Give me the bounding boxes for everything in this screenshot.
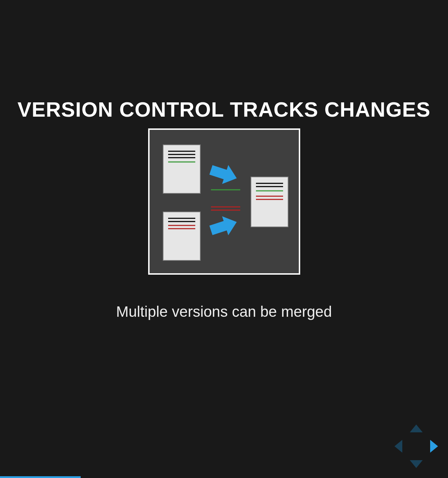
slide-title: VERSION CONTROL TRACKS CHANGES [0,97,448,121]
slide: VERSION CONTROL TRACKS CHANGES [0,0,448,478]
doc-input-b-icon [163,212,200,260]
svg-marker-11 [208,213,240,240]
slide-caption: Multiple versions can be merged [0,303,448,320]
svg-rect-15 [251,177,288,227]
svg-rect-0 [163,145,200,193]
doc-input-a-icon [163,145,200,193]
nav-down-arrow-icon[interactable] [410,460,423,468]
diff-snippet-red-icon [211,207,240,210]
progress-bar [0,476,81,478]
svg-rect-5 [163,212,200,260]
nav-right-arrow-icon[interactable] [430,440,438,453]
nav-up-arrow-icon[interactable] [410,424,423,432]
nav-left-arrow-icon[interactable] [394,440,402,453]
svg-marker-10 [208,161,240,188]
doc-output-icon [251,177,288,227]
arrow-top-icon [208,161,240,188]
arrow-bottom-icon [208,213,240,240]
slide-nav [393,423,439,469]
merge-diagram [148,128,300,275]
